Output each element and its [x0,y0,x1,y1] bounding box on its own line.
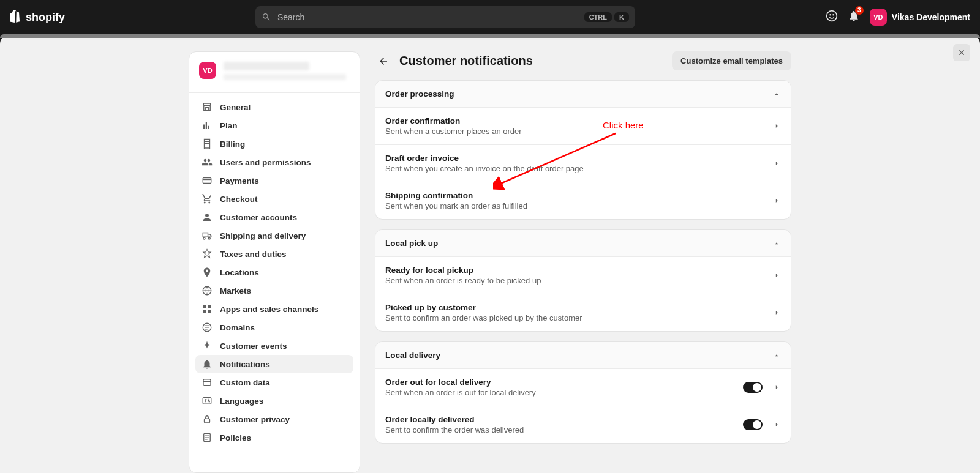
toggle[interactable] [743,419,763,430]
close-button[interactable] [953,44,970,61]
sidebar-item-notifications[interactable]: Notifications [195,355,353,373]
arrow-left-icon [378,56,389,67]
toggle[interactable] [743,382,763,393]
svg-point-2 [832,14,834,15]
notification-row[interactable]: Picked up by customerSent to confirm an … [375,294,791,331]
brand-logo[interactable]: shopify [10,10,65,24]
svg-point-1 [829,14,831,15]
notification-row[interactable]: Order confirmationSent when a customer p… [375,108,791,145]
section-title: Order processing [385,89,454,99]
chevron-right-icon [772,122,781,130]
sidebar-item-customer-events[interactable]: Customer events [195,337,353,355]
chevron-right-icon [772,420,781,429]
notification-row[interactable]: Order locally deliveredSent to confirm t… [375,406,791,443]
chevron-right-icon [772,271,781,280]
page-header: Customer notifications Customize email t… [375,51,791,70]
sidebar-item-custom-data[interactable]: Custom data [195,373,353,392]
kbd-k: K [614,12,629,22]
page-title: Customer notifications [399,54,665,68]
sidebar-item-locations[interactable]: Locations [195,263,353,281]
sidebar-item-checkout[interactable]: Checkout [195,190,353,208]
sidebar-item-label: Shipping and delivery [220,231,306,240]
section-title: Local delivery [385,351,440,360]
sidebar-item-label: Customer privacy [220,415,290,424]
page-shell: VD GeneralPlanBillingUsers and permissio… [0,34,980,473]
sidebar-item-taxes-and-duties[interactable]: Taxes and duties [195,245,353,263]
topbar-right: 3 VD Vikas Development [826,9,970,26]
search-placeholder: Search [277,12,578,22]
notifications-icon[interactable]: 3 [848,10,860,24]
notification-row[interactable]: Ready for local pickupSent when an order… [375,257,791,294]
search-input[interactable]: Search CTRL K [255,6,635,28]
svg-rect-12 [205,419,210,423]
section-header[interactable]: Order processing [375,81,791,108]
svg-rect-5 [203,305,206,308]
section-header[interactable]: Local delivery [375,342,791,369]
row-desc: Sent to confirm the order was delivered [385,425,736,434]
row-desc: Sent when you create an invoice on the d… [385,164,765,173]
card-icon [202,175,213,186]
close-icon [957,48,966,57]
chevron-up-icon [772,90,781,99]
user-name: Vikas Development [892,12,970,22]
sidebar-item-markets[interactable]: Markets [195,281,353,300]
kbd-ctrl: CTRL [584,12,612,22]
shopify-icon [10,10,22,24]
sidebar-item-customer-privacy[interactable]: Customer privacy [195,410,353,428]
store-url-redacted [224,74,346,80]
row-title: Order confirmation [385,116,765,125]
main-content: Customer notifications Customize email t… [375,51,791,473]
sidebar-item-languages[interactable]: Languages [195,392,353,410]
notification-row[interactable]: Draft order invoiceSent when you create … [375,145,791,182]
domain-icon [202,322,213,333]
user-menu[interactable]: VD Vikas Development [870,9,970,26]
section-header[interactable]: Local pick up [375,230,791,257]
sidebar-item-plan[interactable]: Plan [195,116,353,135]
face-icon[interactable] [826,10,838,24]
chart-icon [202,120,213,131]
svg-rect-11 [203,398,211,404]
back-button[interactable] [375,53,392,70]
sidebar-item-payments[interactable]: Payments [195,171,353,190]
brand-text: shopify [26,11,65,24]
chevron-right-icon [772,196,781,205]
notification-row[interactable]: Shipping confirmationSent when you mark … [375,182,791,219]
lang-icon [202,395,213,406]
sidebar-item-shipping-and-delivery[interactable]: Shipping and delivery [195,226,353,245]
apps-icon [202,304,213,315]
sidebar-avatar: VD [199,62,216,79]
sidebar-item-label: Plan [220,121,238,130]
policy-icon [202,432,213,443]
sidebar-item-apps-and-sales-channels[interactable]: Apps and sales channels [195,300,353,318]
svg-rect-6 [208,305,211,308]
sidebar-item-general[interactable]: General [195,98,353,116]
notification-row[interactable]: Order out for local deliverySent when an… [375,369,791,406]
row-desc: Sent when a customer places an order [385,127,765,136]
users-icon [202,157,213,168]
chevron-right-icon [772,308,781,317]
sidebar-item-label: Custom data [220,378,270,387]
row-desc: Sent when an order is out for local deli… [385,388,736,397]
data-icon [202,377,213,388]
row-desc: Sent to confirm an order was picked up b… [385,313,765,322]
annotation-label: Click here [603,120,644,130]
taxes-icon [202,248,213,259]
row-title: Order out for local delivery [385,378,736,387]
settings-sidebar: VD GeneralPlanBillingUsers and permissio… [189,51,360,473]
sidebar-item-domains[interactable]: Domains [195,318,353,337]
sidebar-item-users-and-permissions[interactable]: Users and permissions [195,153,353,171]
chevron-up-icon [772,351,781,360]
row-title: Draft order invoice [385,154,765,163]
sidebar-item-label: Users and permissions [220,158,311,167]
svg-point-0 [827,11,837,21]
sidebar-item-billing[interactable]: Billing [195,135,353,153]
pin-icon [202,267,213,278]
sidebar-item-label: Payments [220,176,259,185]
sidebar-item-policies[interactable]: Policies [195,428,353,447]
customize-templates-button[interactable]: Customize email templates [672,51,791,70]
chevron-right-icon [772,383,781,392]
svg-rect-10 [203,379,211,386]
sidebar-item-customer-accounts[interactable]: Customer accounts [195,208,353,226]
row-title: Shipping confirmation [385,191,765,200]
store-icon [202,102,213,113]
